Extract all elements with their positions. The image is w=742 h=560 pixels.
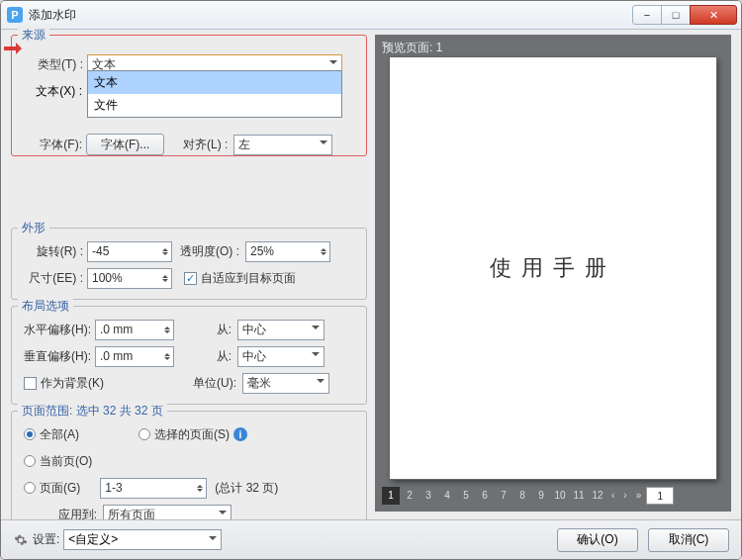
- page-thumb[interactable]: 10: [551, 487, 569, 505]
- preview-panel: 预览页面: 1 使用手册 1 2 3 4 5 6 7 8 9 10 11 12 …: [375, 35, 731, 512]
- page-thumb[interactable]: 3: [419, 487, 437, 505]
- dialog-footer: 设置: <自定义> 确认(O) 取消(C): [1, 519, 741, 559]
- vfrom-combo[interactable]: 中心: [237, 346, 325, 367]
- page-prev-icon[interactable]: ‹: [607, 487, 618, 505]
- window-title: 添加水印: [29, 7, 76, 24]
- preview-page: 使用手册: [390, 57, 716, 479]
- as-background-checkbox[interactable]: 作为背景(K): [24, 375, 104, 392]
- info-icon[interactable]: i: [233, 427, 247, 441]
- type-option-file[interactable]: 文件: [88, 94, 341, 117]
- page-thumb[interactable]: 5: [457, 487, 475, 505]
- app-icon: P: [7, 7, 23, 23]
- page-thumb[interactable]: 9: [532, 487, 550, 505]
- page-number-input[interactable]: [646, 487, 674, 505]
- page-last-icon[interactable]: »: [632, 487, 646, 505]
- page-thumb[interactable]: 1: [382, 487, 400, 505]
- gear-icon[interactable]: [13, 532, 29, 548]
- unit-combo[interactable]: 毫米: [242, 373, 329, 394]
- voffset-label: 垂直偏移(H):: [20, 348, 91, 365]
- hfrom-label: 从:: [192, 322, 232, 338]
- type-label: 类型(T) :: [20, 56, 83, 73]
- size-spinner[interactable]: 100%: [87, 268, 172, 289]
- hfrom-combo-value: 中心: [242, 322, 266, 338]
- type-option-text[interactable]: 文本: [88, 71, 341, 94]
- fit-target-label: 自适应到目标页面: [201, 270, 296, 287]
- group-appearance: 外形 旋转(R) : -45 透明度(O) : 25% 尺寸(EE) : 100…: [11, 228, 367, 300]
- red-arrow-icon: [4, 44, 26, 53]
- range-all-label: 全部(A): [40, 426, 79, 443]
- as-background-label: 作为背景(K): [41, 375, 104, 392]
- range-selected-radio[interactable]: 选择的页面(S): [139, 426, 230, 443]
- size-label: 尺寸(EE) :: [20, 270, 83, 287]
- range-all-radio[interactable]: 全部(A): [24, 426, 79, 443]
- page-thumb[interactable]: 6: [476, 487, 494, 505]
- left-column: 来源 类型(T) : 文本 文本 文件 文本(X) :: [11, 35, 367, 512]
- unit-combo-value: 毫米: [247, 375, 271, 392]
- page-thumb[interactable]: 4: [438, 487, 456, 505]
- range-current-radio[interactable]: 当前页(O): [24, 453, 92, 470]
- align-combo-value: 左: [238, 137, 250, 153]
- page-thumb[interactable]: 8: [513, 487, 531, 505]
- total-pages-note: (总计 32 页): [215, 480, 278, 497]
- settings-combo[interactable]: <自定义>: [63, 529, 222, 550]
- range-current-label: 当前页(O): [40, 453, 92, 470]
- range-page-radio[interactable]: 页面(G): [24, 480, 80, 497]
- group-appearance-title: 外形: [18, 220, 49, 236]
- hoffset-spinner[interactable]: .0 mm: [95, 320, 174, 340]
- text-label: 文本(X) :: [19, 83, 82, 100]
- opacity-label: 透明度(O) :: [180, 243, 239, 260]
- fit-target-checkbox[interactable]: ✓ 自适应到目标页面: [184, 270, 296, 287]
- page-thumb[interactable]: 11: [570, 487, 588, 505]
- hfrom-combo[interactable]: 中心: [237, 320, 325, 340]
- maximize-button[interactable]: □: [661, 5, 691, 25]
- dialog-body: 来源 类型(T) : 文本 文本 文件 文本(X) :: [1, 30, 741, 519]
- font-label: 字体(F):: [19, 137, 82, 153]
- group-range-title: 页面范围: 选中 32 共 32 页: [18, 403, 167, 420]
- close-button[interactable]: ✕: [690, 5, 737, 25]
- align-label: 对齐(L) :: [182, 137, 228, 153]
- cancel-button[interactable]: 取消(C): [648, 528, 729, 552]
- vfrom-combo-value: 中心: [242, 348, 266, 365]
- page-thumb[interactable]: 7: [495, 487, 512, 505]
- unit-label: 单位(U):: [185, 375, 236, 392]
- vfrom-label: 从:: [192, 348, 232, 365]
- font-button[interactable]: 字体(F)...: [86, 134, 164, 155]
- group-layout: 布局选项 水平偏移(H): .0 mm 从: 中心 垂直偏移(H): .0 mm…: [11, 306, 367, 405]
- page-bar: 1 2 3 4 5 6 7 8 9 10 11 12 ‹ › »: [382, 485, 724, 507]
- titlebar: P 添加水印 − □ ✕: [1, 1, 741, 30]
- page-range-input[interactable]: 1-3: [100, 478, 207, 499]
- type-dropdown[interactable]: 文本 文件: [87, 70, 342, 118]
- dialog-window: P 添加水印 − □ ✕ 来源 类型(T) : 文本: [0, 0, 742, 560]
- range-selected-label: 选择的页面(S): [154, 426, 230, 443]
- align-combo[interactable]: 左: [233, 135, 332, 155]
- settings-label: 设置:: [33, 531, 59, 548]
- range-page-label: 页面(G): [40, 480, 80, 497]
- group-source-title: 来源: [18, 27, 49, 44]
- page-thumb[interactable]: 2: [401, 487, 418, 505]
- page-next-icon[interactable]: ›: [619, 487, 630, 505]
- voffset-spinner[interactable]: .0 mm: [95, 346, 174, 367]
- opacity-spinner[interactable]: 25%: [245, 241, 330, 262]
- settings-combo-value: <自定义>: [68, 531, 118, 548]
- rotate-label: 旋转(R) :: [20, 243, 83, 260]
- minimize-button[interactable]: −: [632, 5, 662, 25]
- rotate-spinner[interactable]: -45: [87, 241, 172, 262]
- group-layout-title: 布局选项: [18, 298, 73, 315]
- hoffset-label: 水平偏移(H):: [20, 322, 91, 338]
- page-thumb[interactable]: 12: [589, 487, 606, 505]
- preview-watermark-text: 使用手册: [490, 253, 616, 283]
- group-range: 页面范围: 选中 32 共 32 页 全部(A) 选择的页面(S) i: [11, 411, 367, 536]
- ok-button[interactable]: 确认(O): [557, 528, 638, 552]
